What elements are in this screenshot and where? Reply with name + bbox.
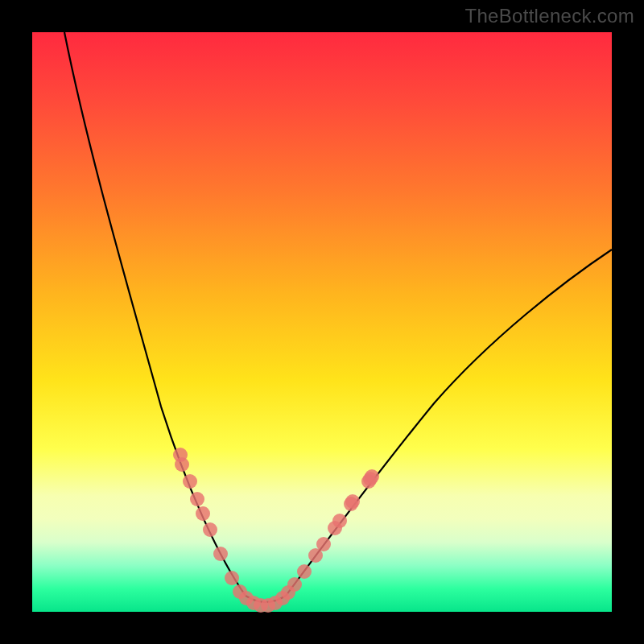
marker-dot bbox=[332, 514, 347, 528]
marker-group bbox=[173, 448, 379, 613]
marker-dot bbox=[196, 506, 210, 521]
marker-dot bbox=[297, 564, 312, 579]
marker-dot bbox=[175, 457, 189, 472]
marker-dot bbox=[213, 547, 228, 561]
marker-dot bbox=[190, 492, 204, 506]
plot-area bbox=[32, 32, 612, 612]
marker-dot bbox=[365, 469, 379, 484]
marker-dot bbox=[203, 522, 217, 537]
right-curve-path bbox=[286, 250, 612, 596]
marker-dot bbox=[345, 494, 360, 509]
watermark-text: TheBottleneck.com bbox=[464, 5, 634, 27]
outer-frame: TheBottleneck.com bbox=[0, 0, 644, 644]
curve-svg bbox=[32, 32, 612, 612]
marker-dot bbox=[183, 474, 197, 489]
left-curve-path bbox=[64, 32, 246, 596]
marker-dot bbox=[225, 571, 239, 585]
marker-dot bbox=[316, 537, 331, 551]
marker-dot bbox=[287, 577, 302, 592]
